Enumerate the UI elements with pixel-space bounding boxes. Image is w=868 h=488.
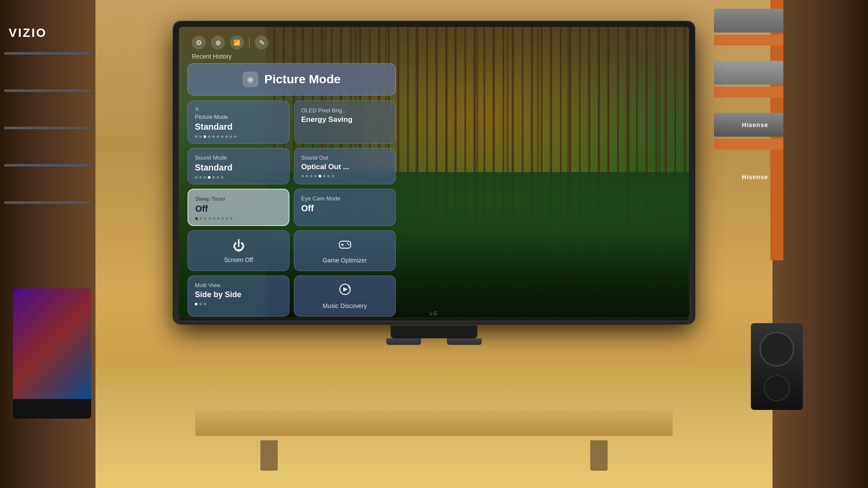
multi-view-label: Multi View [195,282,282,288]
menu-icon-bar: ⚙ ⊕ 📶 ✎ [187,36,396,49]
tv-bottom-bar [179,318,689,320]
sound-out-dots [301,175,388,177]
dot [195,135,197,138]
multi-view-dots [195,303,282,305]
eye-care-label: Eye Care Mode [301,195,388,202]
picture-mode-icon: ◉ [243,72,258,87]
table-leg-left [260,440,278,471]
tv-menu: ⚙ ⊕ 📶 ✎ Recent History ◉ Picture Mode [179,27,404,318]
dot [306,175,308,177]
dot [195,176,197,179]
dot [221,217,224,220]
dot [332,175,334,177]
oled-pixel-card[interactable]: OLED Pixel Brig... Energy Saving [294,101,396,144]
picture-mode-button[interactable]: ◉ Picture Mode [187,63,396,95]
dot [199,176,202,179]
dot [217,217,220,220]
background-tv-left [13,288,91,419]
dot [213,217,215,220]
picture-mode-label: Picture Mode [264,72,341,86]
screen-off-label: Screen Off [224,256,253,263]
dot [221,135,224,138]
table-legs [217,436,651,471]
dot [208,217,211,220]
dot [199,135,202,138]
sound-out-label: Sound Out [301,154,388,161]
multi-view-value: Side by Side [195,290,282,299]
recent-history-label: Recent History [187,53,396,60]
dot [204,217,207,220]
right-shelving [773,0,868,488]
display-table [195,410,673,436]
dot [212,135,215,138]
picture-mode-dots [195,135,282,138]
dot [221,176,224,179]
sleep-timer-value: Off [195,204,282,214]
dot-active [195,217,198,220]
dot [230,217,233,220]
bg-tv-screen [13,288,91,399]
dot-active [195,303,197,305]
dot [217,176,219,179]
sound-mode-dots [195,176,282,179]
dot [226,217,228,220]
sound-mode-label: Sound Mode [195,154,282,161]
dot [234,135,237,138]
dot [314,175,317,177]
dot-active [204,135,206,138]
music-discovery-icon [339,283,352,299]
dot [327,175,330,177]
tv-foot-left [386,338,421,345]
game-optimizer-icon [339,238,352,253]
tv-screen: ⚙ ⊕ 📶 ✎ Recent History ◉ Picture Mode [179,27,689,318]
tv-bezel: ⚙ ⊕ 📶 ✎ Recent History ◉ Picture Mode [174,22,694,324]
screen-off-icon: ⏻ [233,239,245,253]
music-discovery-label: Music Discovery [323,302,367,309]
dot [301,175,304,177]
accessibility-icon[interactable]: ⊕ [211,36,225,49]
sound-out-value: Optical Out ... [301,163,388,171]
tv-stand-neck [391,325,477,338]
dot [225,135,228,138]
hisense-label-1: Hisense [742,121,768,128]
sleep-timer-card[interactable]: Sleep Timer Off [187,189,289,226]
wifi-icon[interactable]: 📶 [230,36,244,49]
oled-pixel-label: OLED Pixel Brig... [301,107,388,114]
tv-stand-feet [174,338,694,345]
multi-view-card[interactable]: Multi View Side by Side [187,275,289,317]
sound-out-card[interactable]: Sound Out Optical Out ... [294,148,396,184]
speaker-right [751,323,803,410]
game-optimizer-card[interactable]: Game Optimizer [294,230,396,271]
picture-mode-card-label: Picture Mode [195,114,282,120]
sleep-timer-dots [195,217,282,220]
music-discovery-card[interactable]: Music Discovery [294,275,396,317]
picture-mode-card-value: Standard [195,122,282,132]
vizio-brand-label: VIZIO [9,26,47,40]
rack-shelf-2 [714,87,783,98]
dot [204,303,206,305]
dot [212,176,215,179]
sleep-timer-label: Sleep Timer [195,196,282,202]
dot-active [208,176,210,179]
dot [323,175,326,177]
rack-shelf-3 [714,139,783,150]
dot [217,135,219,138]
tv-foot-right [447,338,482,345]
tv-stand [174,325,694,338]
menu-grid: 🔍 Picture Mode Standard [187,101,396,317]
icon-divider [249,37,250,48]
dot [230,135,232,138]
settings-icon[interactable]: ⚙ [192,36,206,49]
svg-point-4 [348,244,349,246]
oled-pixel-value: Energy Saving [301,115,388,124]
eye-care-card[interactable]: Eye Care Mode Off [294,189,396,226]
rack-shelf-1 [714,35,783,46]
dot [310,175,312,177]
dot [208,135,210,138]
picture-mode-card[interactable]: 🔍 Picture Mode Standard [187,101,289,144]
sound-mode-card[interactable]: Sound Mode Standard [187,148,289,184]
eye-care-value: Off [301,203,388,213]
dot-active [319,175,321,177]
edit-icon[interactable]: ✎ [255,36,269,49]
screen-off-card[interactable]: ⏻ Screen Off [187,230,289,271]
